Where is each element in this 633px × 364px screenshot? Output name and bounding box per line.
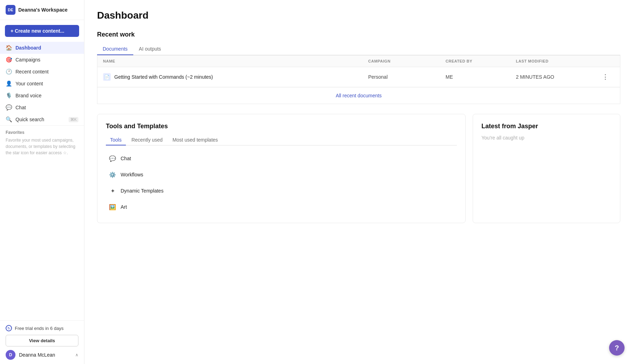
doc-campaign: Personal	[368, 74, 446, 80]
col-name: Name	[103, 59, 368, 63]
sidebar: DE Deanna's Workspace + Create new conte…	[0, 0, 84, 364]
tool-chat-label: Chat	[121, 156, 131, 161]
recent-work-section: Recent work Documents AI outputs Name Ca…	[97, 31, 620, 104]
sidebar-item-label: Dashboard	[15, 45, 41, 51]
documents-table: Name Campaign Created By Last Modified 📄…	[97, 55, 620, 104]
tool-chat-icon: 💬	[109, 155, 116, 162]
sidebar-item-quick-search[interactable]: 🔍 Quick search ⌘K	[0, 113, 84, 125]
sidebar-item-label: Brand voice	[15, 93, 41, 98]
tool-dynamic-templates-label: Dynamic Templates	[121, 188, 164, 194]
row-more-button[interactable]: ⋮	[600, 72, 610, 82]
doc-last-modified: 2 MINUTES AGO	[516, 74, 600, 80]
table-row[interactable]: 📄 Getting Started with Commands (~2 minu…	[97, 67, 620, 87]
col-actions	[600, 59, 614, 63]
sidebar-item-label: Campaigns	[15, 57, 40, 63]
workspace-avatar: DE	[6, 5, 15, 15]
tool-art-icon: 🖼️	[109, 203, 116, 211]
tools-title: Tools and Templates	[106, 123, 457, 130]
tool-art-label: Art	[121, 204, 127, 210]
recent-work-title: Recent work	[97, 31, 620, 38]
dashboard-icon: 🏠	[6, 45, 12, 51]
workspace-name: Deanna's Workspace	[18, 7, 68, 13]
recent-content-icon: 🕐	[6, 69, 12, 75]
document-icon: 📄	[103, 73, 111, 81]
chat-icon: 💬	[6, 104, 12, 111]
favorites-title: Favorites	[6, 130, 78, 135]
user-name: Deanna McLean	[19, 352, 72, 358]
create-button[interactable]: + Create new content...	[5, 25, 79, 37]
sidebar-item-label: Quick search	[15, 117, 44, 122]
latest-jasper-card: Latest from Jasper You're all caught up	[473, 114, 620, 223]
col-campaign: Campaign	[368, 59, 446, 63]
tool-chat[interactable]: 💬 Chat	[106, 151, 457, 166]
sidebar-item-label: Recent content	[15, 69, 49, 74]
tool-dynamic-templates[interactable]: ✦ Dynamic Templates	[106, 183, 457, 198]
tool-workflows-label: Workflows	[121, 172, 143, 177]
all-docs-link-container: All recent documents	[97, 87, 620, 104]
tools-tabs: Tools Recently used Most used templates	[106, 135, 457, 145]
favorites-description: Favorite your most used campaigns, docum…	[6, 137, 78, 156]
col-created-by: Created By	[446, 59, 516, 63]
quick-search-shortcut: ⌘K	[69, 117, 78, 122]
help-button[interactable]: ?	[609, 340, 625, 356]
quick-search-icon: 🔍	[6, 116, 12, 123]
campaigns-icon: 🎯	[6, 57, 12, 63]
user-row[interactable]: D Deanna McLean ∧	[6, 350, 78, 360]
sidebar-item-label: Your content	[15, 81, 43, 86]
main-content: Dashboard Recent work Documents AI outpu…	[84, 0, 633, 364]
tab-ai-outputs[interactable]: AI outputs	[133, 43, 167, 55]
tool-workflows-icon: ⚙️	[109, 171, 116, 178]
tab-documents[interactable]: Documents	[97, 43, 133, 55]
sidebar-item-chat[interactable]: 💬 Chat	[0, 102, 84, 113]
tools-templates-card: Tools and Templates Tools Recently used …	[97, 114, 466, 223]
user-avatar: D	[6, 350, 15, 360]
sidebar-item-brand-voice[interactable]: 🎙️ Brand voice	[0, 90, 84, 102]
your-content-icon: 👤	[6, 80, 12, 87]
favorites-section: Favorites Favorite your most used campai…	[0, 125, 84, 160]
recent-work-tabs: Documents AI outputs	[97, 43, 620, 55]
tool-dynamic-templates-icon: ✦	[109, 187, 116, 195]
sidebar-item-recent-content[interactable]: 🕐 Recent content	[0, 66, 84, 78]
trial-label: Free trial ends in 6 days	[15, 326, 64, 331]
latest-jasper-title: Latest from Jasper	[481, 123, 612, 130]
tab-tools[interactable]: Tools	[106, 135, 126, 145]
sidebar-footer: ↻ Free trial ends in 6 days View details…	[0, 320, 84, 364]
tool-workflows[interactable]: ⚙️ Workflows	[106, 167, 457, 182]
brand-voice-icon: 🎙️	[6, 92, 12, 99]
chevron-up-icon: ∧	[75, 352, 78, 357]
bottom-sections: Tools and Templates Tools Recently used …	[97, 114, 620, 223]
workspace-header[interactable]: DE Deanna's Workspace	[0, 0, 84, 20]
tool-art[interactable]: 🖼️ Art	[106, 200, 457, 214]
col-last-modified: Last Modified	[516, 59, 600, 63]
all-recent-documents-link[interactable]: All recent documents	[336, 93, 382, 98]
sidebar-item-dashboard[interactable]: 🏠 Dashboard	[0, 42, 84, 54]
tab-most-used[interactable]: Most used templates	[168, 135, 222, 145]
doc-cell: 📄 Getting Started with Commands (~2 minu…	[103, 73, 368, 81]
tab-recently-used[interactable]: Recently used	[127, 135, 167, 145]
trial-icon: ↻	[6, 325, 12, 331]
doc-name: Getting Started with Commands (~2 minute…	[114, 74, 213, 80]
latest-jasper-subtitle: You're all caught up	[481, 135, 612, 141]
view-details-button[interactable]: View details	[6, 335, 78, 346]
page-title: Dashboard	[97, 10, 620, 21]
tool-list: 💬 Chat ⚙️ Workflows ✦ Dynamic Templates …	[106, 151, 457, 214]
doc-created-by: ME	[446, 74, 516, 80]
sidebar-item-label: Chat	[15, 105, 26, 110]
sidebar-item-your-content[interactable]: 👤 Your content	[0, 78, 84, 90]
sidebar-nav: 🏠 Dashboard 🎯 Campaigns 🕐 Recent content…	[0, 40, 84, 320]
table-header: Name Campaign Created By Last Modified	[97, 56, 620, 67]
trial-badge: ↻ Free trial ends in 6 days	[6, 325, 78, 331]
sidebar-item-campaigns[interactable]: 🎯 Campaigns	[0, 54, 84, 66]
